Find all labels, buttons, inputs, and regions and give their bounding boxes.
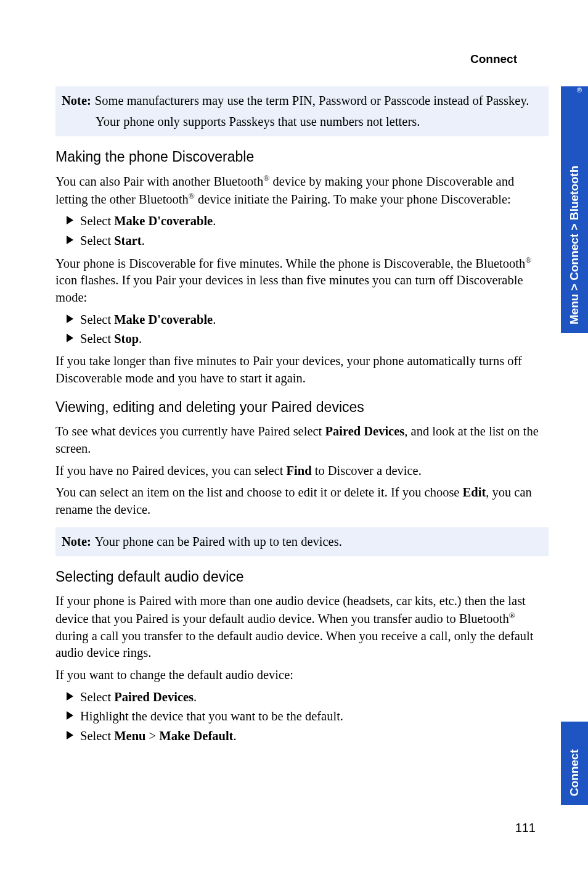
step-item: Select Start. <box>67 233 549 250</box>
breadcrumb-text: Menu > Connect > Bluetooth <box>568 165 581 324</box>
registered-mark-icon: ® <box>577 86 582 94</box>
note-box-1: Note: Some manufacturers may use the ter… <box>55 86 549 136</box>
registered-icon: ® <box>525 255 531 265</box>
step-item: Highlight the device that you want to be… <box>67 708 549 725</box>
side-tab-breadcrumb: Menu > Connect > Bluetooth <box>561 86 588 333</box>
heading-paired-devices: Viewing, editing and deleting your Paire… <box>55 398 549 417</box>
para: If you want to change the default audio … <box>55 667 549 684</box>
step-item: Select Paired Devices. <box>67 689 549 706</box>
registered-icon: ® <box>263 173 269 183</box>
note-body: Some manufacturers may use the term PIN,… <box>95 93 542 110</box>
step-list: Select Make D'coverable. Select Start. <box>55 213 549 249</box>
content-area: Note: Some manufacturers may use the ter… <box>55 86 549 745</box>
page-number: 111 <box>515 821 536 835</box>
heading-default-audio: Selecting default audio device <box>55 567 549 587</box>
para: You can also Pair with another Bluetooth… <box>55 173 549 208</box>
note-box-2: Note: Your phone can be Paired with up t… <box>55 527 549 557</box>
step-item: Select Make D'coverable. <box>67 311 549 329</box>
step-item: Select Make D'coverable. <box>67 213 549 230</box>
side-tab-chapter: Connect <box>561 722 588 805</box>
note-extra: Your phone only supports Passkeys that u… <box>96 113 542 131</box>
para: If your phone is Paired with more than o… <box>55 593 549 662</box>
para: Your phone is Discoverable for five minu… <box>55 255 549 307</box>
note-label: Note: <box>62 93 95 110</box>
heading-discoverable: Making the phone Discoverable <box>55 147 549 167</box>
para: If you take longer than five minutes to … <box>55 353 549 387</box>
manual-page: Connect Menu > Connect > Bluetooth ® Con… <box>0 0 588 869</box>
registered-icon: ® <box>509 611 515 620</box>
para: If you have no Paired devices, you can s… <box>55 463 549 480</box>
note-label: Note: <box>62 533 95 551</box>
page-header-section: Connect <box>470 52 517 66</box>
para: To see what devices you currently have P… <box>55 423 549 457</box>
step-item: Select Stop. <box>67 331 549 348</box>
chapter-text: Connect <box>568 749 581 796</box>
para: You can select an item on the list and c… <box>55 484 549 518</box>
step-list: Select Paired Devices. Highlight the dev… <box>55 689 549 745</box>
step-item: Select Menu > Make Default. <box>67 728 549 745</box>
registered-icon: ® <box>189 191 195 200</box>
step-list: Select Make D'coverable. Select Stop. <box>55 311 549 348</box>
note-body: Your phone can be Paired with up to ten … <box>95 533 542 551</box>
